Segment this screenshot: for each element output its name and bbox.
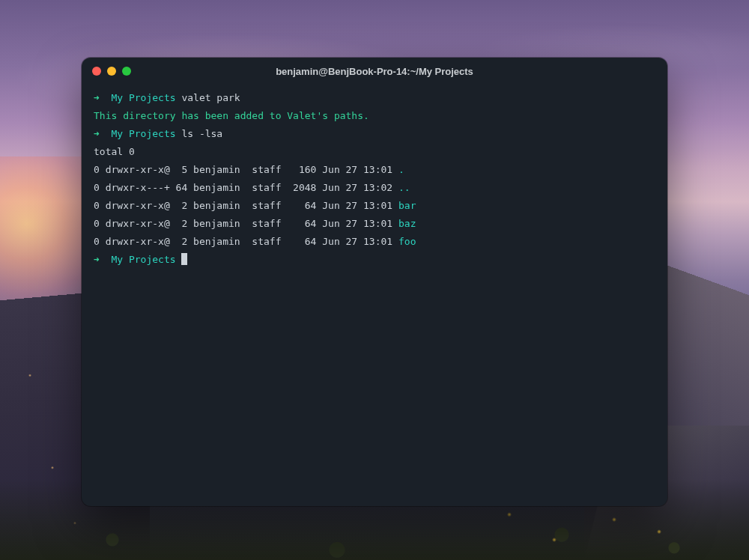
prompt-dir: My Projects xyxy=(111,128,175,139)
prompt-arrow-icon: ➜ xyxy=(94,92,100,103)
window-title: benjamin@BenjBook-Pro-14:~/My Projects xyxy=(82,66,667,77)
ls-total: total 0 xyxy=(94,143,655,161)
ls-row: 0 drwxr-xr-x@ 2 benjamin staff 64 Jun 27… xyxy=(94,197,655,215)
output-success: This directory has been added to Valet's… xyxy=(94,107,655,125)
prompt-arrow-icon: ➜ xyxy=(94,254,100,265)
ls-row: 0 drwxr-xr-x@ 2 benjamin staff 64 Jun 27… xyxy=(94,215,655,233)
ls-row: 0 drwxr-x---+ 64 benjamin staff 2048 Jun… xyxy=(94,179,655,197)
maximize-button[interactable] xyxy=(122,67,131,76)
cursor xyxy=(181,253,187,265)
titlebar[interactable]: benjamin@BenjBook-Pro-14:~/My Projects xyxy=(82,58,667,85)
prompt-line-1: ➜ My Projects valet park xyxy=(94,89,655,107)
prompt-line-3: ➜ My Projects xyxy=(94,251,655,269)
prompt-dir: My Projects xyxy=(111,92,175,103)
prompt-dir: My Projects xyxy=(111,254,175,265)
ls-entry-name: .. xyxy=(398,182,410,193)
minimize-button[interactable] xyxy=(107,67,116,76)
ls-entry-name: foo xyxy=(398,236,416,247)
command-2: ls -lsa xyxy=(181,128,222,139)
prompt-line-2: ➜ My Projects ls -lsa xyxy=(94,125,655,143)
close-button[interactable] xyxy=(92,67,101,76)
terminal-window[interactable]: benjamin@BenjBook-Pro-14:~/My Projects ➜… xyxy=(82,58,667,506)
ls-row: 0 drwxr-xr-x@ 2 benjamin staff 64 Jun 27… xyxy=(94,233,655,251)
command-1: valet park xyxy=(181,92,240,103)
prompt-arrow-icon: ➜ xyxy=(94,128,100,139)
ls-entry-name: . xyxy=(398,164,404,175)
terminal-body[interactable]: ➜ My Projects valet parkThis directory h… xyxy=(82,85,667,506)
ls-entry-name: bar xyxy=(398,200,416,211)
ls-entry-name: baz xyxy=(398,218,416,229)
ls-row: 0 drwxr-xr-x@ 5 benjamin staff 160 Jun 2… xyxy=(94,161,655,179)
traffic-lights xyxy=(92,67,131,76)
